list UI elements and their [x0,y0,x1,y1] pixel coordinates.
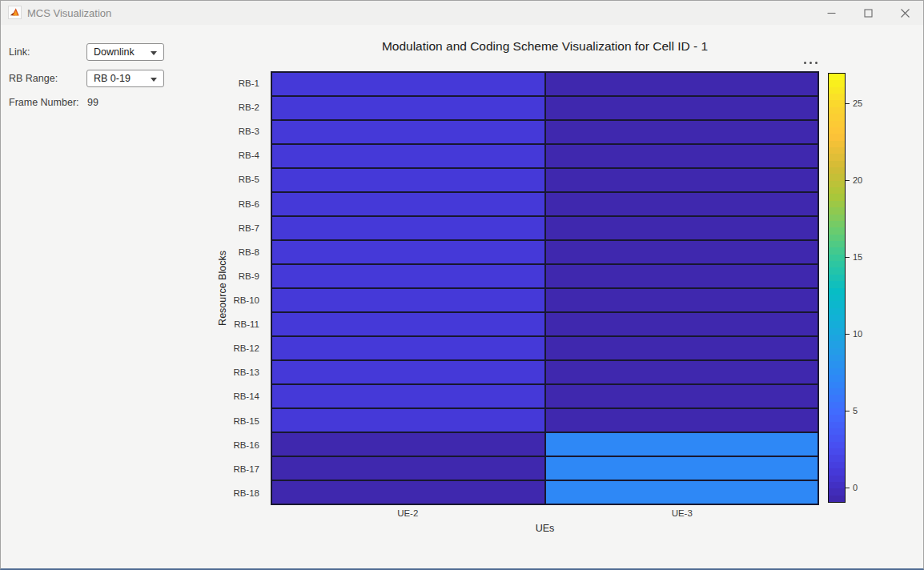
heatmap-cell[interactable] [546,337,818,359]
colorbar-tick [846,334,850,335]
y-tick-label: RB-13 [193,360,265,384]
heatmap-cell[interactable] [546,241,818,263]
heatmap-cell[interactable] [546,121,818,143]
heatmap-cell[interactable] [546,193,818,215]
minimize-button[interactable] [813,1,850,25]
mcs-visualization-window: MCS Visualization Link: Downlink RB Rang… [0,0,924,570]
window-title: MCS Visualization [27,7,111,19]
colorbar [828,73,846,503]
y-tick-label: RB-14 [193,384,265,408]
heatmap-cell[interactable] [272,337,544,359]
x-axis-tick-labels: UE-2UE-3 [271,508,819,521]
heatmap-cell[interactable] [546,97,818,119]
heatmap-cell[interactable] [546,73,818,95]
rb-range-dropdown[interactable]: RB 0-19 [86,70,164,87]
x-axis-label: UEs [271,523,819,534]
frame-number-label: Frame Number: [9,97,79,108]
heatmap-cell[interactable] [272,313,544,335]
y-axis-tick-labels: RB-1RB-2RB-3RB-4RB-5RB-6RB-7RB-8RB-9RB-1… [193,71,265,505]
heatmap-cell[interactable] [546,457,818,480]
heatmap-cell[interactable] [272,361,544,383]
y-tick-label: RB-3 [193,119,265,143]
heatmap-cell[interactable] [546,409,818,432]
heatmap-cell[interactable] [272,121,544,143]
y-tick-label: RB-7 [193,216,265,240]
y-tick-label: RB-1 [193,71,265,95]
y-tick-label: RB-10 [193,288,265,312]
link-label: Link: [9,46,30,58]
heatmap-cell[interactable] [272,217,544,239]
colorbar-tick-label: 0 [853,483,858,492]
heatmap-cell[interactable] [272,265,544,287]
x-tick-label: UE-2 [271,508,545,521]
heatmap-cell[interactable] [546,169,818,191]
close-button[interactable] [886,1,923,25]
colorbar-tick-label: 10 [853,329,862,339]
heatmap-cell[interactable] [546,145,818,167]
heatmap-cell[interactable] [272,241,544,263]
heatmap-cell[interactable] [272,169,544,191]
heatmap-cell[interactable] [546,265,818,287]
chevron-down-icon [151,78,157,82]
heatmap-cell[interactable] [272,481,544,504]
axes-toolbar-ellipsis-icon[interactable] [799,57,822,68]
heatmap-cell[interactable] [272,433,544,456]
y-tick-label: RB-5 [193,167,265,191]
heatmap-cell[interactable] [272,145,544,167]
heatmap-cell[interactable] [272,385,544,407]
y-tick-label: RB-17 [193,457,265,481]
colorbar-tick-label: 20 [853,175,862,185]
y-tick-label: RB-4 [193,143,265,167]
y-tick-label: RB-18 [193,481,265,505]
y-tick-label: RB-11 [193,312,265,336]
heatmap-cell[interactable] [546,481,818,504]
close-icon [901,9,910,18]
link-dropdown[interactable]: Downlink [86,43,164,61]
y-tick-label: RB-2 [193,95,265,119]
heatmap-cell[interactable] [272,409,544,432]
colorbar-tick-label: 5 [853,406,858,415]
y-tick-label: RB-8 [193,240,265,264]
heatmap-cell[interactable] [546,433,818,456]
maximize-icon [864,9,873,18]
heatmap-cell[interactable] [546,289,818,311]
heatmap-cell[interactable] [546,313,818,335]
heatmap-cell[interactable] [546,385,818,407]
colorbar-tick [846,180,850,181]
link-dropdown-value: Downlink [94,46,135,58]
colorbar-tick [846,103,850,104]
colorbar-tick [846,488,850,488]
chart-title: Modulation and Coding Scheme Visualizati… [271,39,819,54]
y-tick-label: RB-15 [193,409,265,433]
heatmap-cell[interactable] [546,217,818,239]
mcs-heatmap [271,71,819,505]
colorbar-tick-label: 15 [853,252,862,262]
heatmap-cell[interactable] [272,457,544,480]
minimize-icon [827,9,836,18]
y-tick-label: RB-9 [193,264,265,288]
window-titlebar[interactable]: MCS Visualization [1,1,923,25]
y-axis-label: Resource Blocks [217,251,228,326]
matlab-logo-icon [8,6,22,19]
heatmap-cell[interactable] [272,193,544,215]
y-tick-label: RB-12 [193,336,265,360]
y-tick-label: RB-6 [193,192,265,216]
heatmap-cell[interactable] [272,289,544,311]
heatmap-cell[interactable] [272,97,544,119]
maximize-button[interactable] [850,1,886,25]
y-tick-label: RB-16 [193,433,265,457]
chevron-down-icon [151,51,157,55]
colorbar-tick [846,257,850,258]
x-tick-label: UE-3 [545,508,820,521]
figure-content: Link: Downlink RB Range: RB 0-19 Frame N… [1,25,923,568]
rb-range-label: RB Range: [9,73,58,84]
frame-number-value: 99 [87,97,98,108]
colorbar-tick-label: 25 [853,98,862,108]
rb-range-dropdown-value: RB 0-19 [94,73,131,84]
heatmap-cell[interactable] [546,361,818,383]
colorbar-tick [846,411,850,411]
heatmap-cell[interactable] [272,73,544,95]
